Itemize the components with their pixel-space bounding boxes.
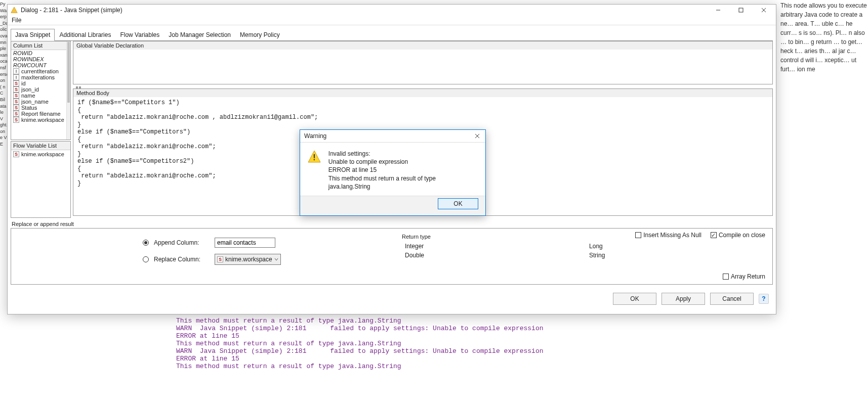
warning-line4: This method must return a result of type…: [328, 174, 478, 191]
string-type-icon: S: [217, 256, 223, 262]
label-double: Double: [405, 252, 424, 259]
label-long: Long: [589, 243, 603, 250]
string-type-icon: S: [13, 99, 19, 105]
background-help-text: This node allows you to execute arbitrar…: [779, 0, 868, 75]
global-var-declaration-editor[interactable]: [73, 50, 772, 84]
flow-variable-title: Flow Variable List: [11, 142, 70, 150]
cancel-button[interactable]: Cancel: [710, 293, 754, 305]
console-output: This method must return a result of type…: [176, 318, 544, 371]
global-var-declaration-title: Global Variable Declaration: [73, 41, 772, 50]
console-line: This method must return a result of type…: [176, 340, 544, 348]
edge-fragment-text: Py Wa erp _Da olic ova mn ple xan oca ns…: [0, 1, 7, 148]
console-line: This method must return a result of type…: [176, 363, 544, 371]
column-list-item[interactable]: Sjson_id: [11, 86, 66, 93]
column-list-item[interactable]: ImaxIterations: [11, 74, 66, 80]
compile-on-close-label: Compile on close: [719, 232, 765, 239]
string-type-icon: S: [13, 93, 19, 99]
compile-on-close-checkbox[interactable]: [711, 232, 717, 238]
append-column-input[interactable]: [215, 238, 275, 248]
column-list-item[interactable]: Sknime.workspace: [11, 117, 66, 123]
warning-close-button[interactable]: [473, 132, 481, 140]
label-string: String: [589, 252, 605, 259]
close-button[interactable]: [752, 5, 775, 16]
column-list-title: Column List: [11, 41, 66, 50]
string-type-icon: S: [13, 105, 19, 111]
column-list-item[interactable]: ROWCOUNT: [11, 62, 66, 68]
replace-append-label: Replace or append result: [11, 220, 773, 228]
array-return-checkbox[interactable]: [723, 274, 729, 280]
replace-column-combo[interactable]: S knime.workspace: [215, 254, 281, 265]
console-line: This method must return a result of type…: [176, 318, 544, 325]
result-right-panel: Insert Missing As Null Compile on close …: [392, 229, 772, 284]
array-return-label: Array Return: [731, 273, 765, 280]
global-var-declaration-panel: Global Variable Declaration: [73, 41, 773, 84]
svg-text:!: !: [313, 153, 315, 162]
flow-variable-list[interactable]: Sknime.workspace: [11, 150, 70, 158]
warning-line1: Invalid settings:: [328, 150, 478, 158]
title-bar[interactable]: Dialog - 2:181 - Java Snippet (simple): [8, 5, 776, 16]
console-line: ERROR at line 15: [176, 333, 544, 340]
integer-type-icon: I: [13, 68, 19, 74]
column-list-item[interactable]: ROWINDEX: [11, 56, 66, 62]
replace-column-value: knime.workspace: [225, 256, 272, 263]
menubar: File: [8, 16, 776, 25]
console-line: WARN Java Snippet (simple) 2:181 failed …: [176, 325, 544, 333]
knime-logo-icon: [11, 7, 18, 14]
method-body-title: Method Body: [73, 89, 772, 97]
column-list-item[interactable]: ROWID: [11, 50, 66, 56]
column-list-panel: Column List ROWIDROWINDEXROWCOUNTIcurren…: [11, 41, 71, 140]
string-type-icon: S: [13, 86, 19, 93]
tab-memory-policy[interactable]: Memory Policy: [235, 29, 284, 41]
svg-marker-0: [11, 7, 17, 13]
column-list-scrollbar[interactable]: [66, 41, 70, 140]
replace-column-label: Replace Column:: [154, 256, 210, 263]
tab-flow-variables[interactable]: Flow Variables: [115, 29, 164, 41]
help-button[interactable]: ?: [759, 294, 769, 304]
menu-file[interactable]: File: [12, 17, 21, 24]
integer-type-icon: I: [13, 74, 19, 80]
flow-variable-panel: Flow Variable List Sknime.workspace: [11, 141, 71, 218]
column-list-item[interactable]: Sid: [11, 80, 66, 86]
console-line: ERROR at line 15: [176, 355, 544, 363]
tab-job-manager[interactable]: Job Manager Selection: [164, 29, 235, 41]
warning-title: Warning: [304, 132, 326, 140]
warning-icon: !: [307, 150, 322, 191]
radio-replace-column[interactable]: [143, 256, 149, 262]
tab-strip: Java Snippet Additional Libraries Flow V…: [11, 28, 773, 41]
insert-missing-checkbox[interactable]: [635, 232, 641, 238]
warning-ok-button[interactable]: OK: [438, 198, 478, 209]
result-left-panel: Append Column: Replace Column: S knime.w…: [11, 229, 392, 284]
column-list-item[interactable]: SReport filename: [11, 111, 66, 117]
string-type-icon: S: [13, 111, 19, 117]
minimize-button[interactable]: [707, 5, 729, 16]
window-title: Dialog - 2:181 - Java Snippet (simple): [21, 7, 122, 14]
maximize-button[interactable]: [729, 5, 752, 16]
column-list-item[interactable]: SStatus: [11, 105, 66, 111]
flow-variable-item[interactable]: Sknime.workspace: [13, 151, 68, 157]
apply-button[interactable]: Apply: [662, 293, 705, 305]
column-list[interactable]: ROWIDROWINDEXROWCOUNTIcurrentIterationIm…: [11, 50, 66, 140]
svg-rect-2: [739, 8, 743, 12]
string-type-icon: S: [13, 151, 19, 157]
string-type-icon: S: [13, 117, 19, 123]
chevron-down-icon: [274, 257, 278, 261]
column-list-item[interactable]: Sjson_name: [11, 99, 66, 105]
warning-dialog: Warning ! Invalid settings: Unable to co…: [300, 129, 486, 216]
tab-additional-libraries[interactable]: Additional Libraries: [55, 29, 115, 41]
ok-button[interactable]: OK: [613, 293, 656, 305]
string-type-icon: S: [13, 80, 19, 86]
warning-line3: ERROR at line 15: [328, 166, 478, 174]
console-line: WARN Java Snippet (simple) 2:181 failed …: [176, 348, 544, 355]
insert-missing-label: Insert Missing As Null: [643, 232, 701, 239]
radio-append-column[interactable]: [143, 240, 149, 246]
tab-java-snippet[interactable]: Java Snippet: [11, 29, 55, 41]
dialog-button-bar: OK Apply Cancel ?: [8, 288, 776, 310]
warning-line2: Unable to compile expression: [328, 158, 478, 166]
label-integer: Integer: [405, 243, 424, 250]
append-column-label: Append Column:: [154, 239, 210, 246]
column-list-item[interactable]: IcurrentIteration: [11, 68, 66, 74]
column-list-item[interactable]: Sname: [11, 93, 66, 99]
